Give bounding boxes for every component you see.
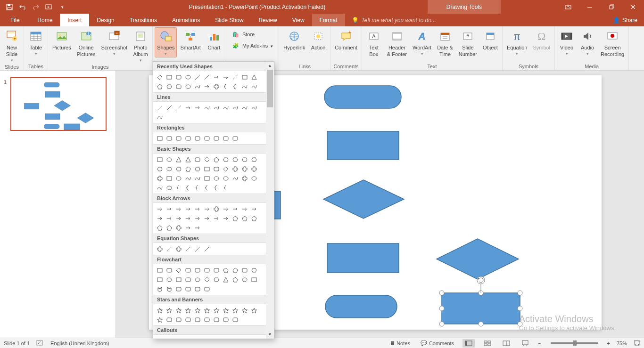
shape-option-arrow[interactable] bbox=[183, 223, 192, 232]
shape-option-curve[interactable] bbox=[155, 113, 164, 121]
header-footer-button[interactable]: Header & Footer bbox=[385, 27, 409, 59]
shape-option-plus[interactable] bbox=[155, 174, 164, 183]
shape-option-diamond[interactable] bbox=[221, 164, 230, 173]
shape-option-plus[interactable] bbox=[240, 174, 249, 183]
shape-option-oval[interactable] bbox=[174, 174, 183, 183]
shape-option-star[interactable] bbox=[231, 306, 239, 315]
shape-terminator-1[interactable] bbox=[324, 86, 401, 108]
shape-option-rrect[interactable] bbox=[221, 315, 230, 324]
shape-option-tri[interactable] bbox=[221, 275, 230, 284]
shape-option-arrow[interactable] bbox=[174, 204, 183, 213]
shape-option-arrow[interactable] bbox=[165, 214, 173, 223]
equation-button[interactable]: πEquation▾ bbox=[504, 27, 529, 57]
shape-option-pent[interactable] bbox=[221, 266, 230, 275]
comments-toggle-button[interactable]: 💬Comments bbox=[419, 340, 456, 346]
shape-option-rrect[interactable] bbox=[212, 315, 221, 324]
language-indicator[interactable]: English (United Kingdom) bbox=[50, 340, 109, 346]
shape-option-pent[interactable] bbox=[155, 223, 164, 232]
wordart-button[interactable]: AWordArt▾ bbox=[410, 27, 434, 57]
tab-transitions[interactable]: Transitions bbox=[122, 14, 165, 26]
save-icon[interactable] bbox=[4, 1, 15, 13]
shape-option-callout[interactable] bbox=[221, 336, 230, 339]
tab-insert[interactable]: Insert bbox=[60, 14, 89, 26]
shape-option-hex[interactable] bbox=[231, 155, 239, 164]
shape-option-curve[interactable] bbox=[155, 183, 164, 192]
shape-option-rect[interactable] bbox=[202, 164, 211, 173]
shape-option-rrect[interactable] bbox=[174, 284, 183, 293]
shape-option-callout[interactable] bbox=[240, 336, 249, 339]
shape-option-rect[interactable] bbox=[249, 275, 258, 284]
shape-option-arrow[interactable] bbox=[212, 214, 221, 223]
shape-option-hex[interactable] bbox=[155, 164, 164, 173]
shape-option-rrect[interactable] bbox=[174, 315, 183, 324]
my-addins-button[interactable]: 🧩My Add-ins ▾ bbox=[229, 40, 276, 51]
shape-option-line[interactable] bbox=[202, 73, 211, 81]
shape-option-pent[interactable] bbox=[231, 275, 239, 284]
shape-option-rrect[interactable] bbox=[212, 266, 221, 275]
shape-option-curve[interactable] bbox=[221, 103, 230, 112]
shape-option-brace[interactable] bbox=[212, 183, 221, 192]
slideshow-view-icon[interactable] bbox=[519, 339, 531, 348]
shape-terminator-2[interactable] bbox=[325, 295, 397, 318]
shape-option-arrow[interactable] bbox=[174, 214, 183, 223]
shape-option-rect[interactable] bbox=[165, 73, 173, 81]
reading-view-icon[interactable] bbox=[500, 339, 512, 348]
slide-thumbnail-1[interactable] bbox=[10, 77, 107, 131]
shape-option-brace[interactable] bbox=[221, 183, 230, 192]
zoom-slider[interactable] bbox=[551, 342, 598, 344]
shape-option-curve[interactable] bbox=[193, 174, 202, 183]
shape-option-rrect[interactable] bbox=[231, 134, 239, 143]
shape-option-rrect[interactable] bbox=[183, 266, 192, 275]
shape-option-curve[interactable] bbox=[212, 103, 221, 112]
tab-file[interactable]: File bbox=[0, 14, 30, 26]
ribbon-display-options-icon[interactable] bbox=[557, 0, 579, 14]
shape-option-rrect[interactable] bbox=[165, 315, 173, 324]
shape-option-curve[interactable] bbox=[231, 174, 239, 183]
shape-option-star[interactable] bbox=[249, 306, 258, 315]
shape-option-rrect[interactable] bbox=[174, 134, 183, 143]
shape-process-3[interactable] bbox=[327, 243, 399, 273]
shape-option-pent[interactable] bbox=[231, 266, 239, 275]
shape-option-star[interactable] bbox=[221, 306, 230, 315]
shape-option-rrect[interactable] bbox=[202, 266, 211, 275]
shape-option-rrect[interactable] bbox=[221, 134, 230, 143]
shape-option-line[interactable] bbox=[174, 103, 183, 112]
fit-to-window-icon[interactable] bbox=[634, 340, 640, 347]
shape-option-arrow[interactable] bbox=[183, 204, 192, 213]
shape-option-oval[interactable] bbox=[183, 82, 192, 91]
shape-option-rrect[interactable] bbox=[202, 134, 211, 143]
shape-option-star[interactable] bbox=[183, 306, 192, 315]
shape-option-plus[interactable] bbox=[212, 82, 221, 91]
shape-option-plus[interactable] bbox=[174, 244, 183, 253]
shape-option-rrect[interactable] bbox=[202, 315, 211, 324]
tab-slideshow[interactable]: Slide Show bbox=[207, 14, 251, 26]
shape-option-oval[interactable] bbox=[212, 174, 221, 183]
screenshot-button[interactable]: +Screenshot▾ bbox=[99, 27, 130, 57]
text-box-button[interactable]: AText Box bbox=[364, 27, 384, 59]
shape-option-arrow[interactable] bbox=[155, 204, 164, 213]
shape-option-pent[interactable] bbox=[212, 155, 221, 164]
shape-decision-2[interactable] bbox=[437, 239, 519, 279]
shape-option-oval[interactable] bbox=[183, 73, 192, 81]
shape-option-star[interactable] bbox=[155, 306, 164, 315]
tab-animations[interactable]: Animations bbox=[165, 14, 207, 26]
shape-option-star[interactable] bbox=[193, 306, 202, 315]
shape-option-hex[interactable] bbox=[249, 155, 258, 164]
pictures-button[interactable]: Pictures bbox=[50, 27, 74, 52]
shape-option-rect[interactable] bbox=[165, 174, 173, 183]
shape-option-line[interactable] bbox=[165, 244, 173, 253]
shape-option-line[interactable] bbox=[155, 103, 164, 112]
shape-option-plus[interactable] bbox=[174, 223, 183, 232]
shape-option-oval[interactable] bbox=[165, 183, 173, 192]
shape-option-arrow[interactable] bbox=[240, 204, 249, 213]
shape-option-hex[interactable] bbox=[240, 155, 249, 164]
spell-check-icon[interactable] bbox=[36, 340, 44, 347]
tab-view[interactable]: View bbox=[285, 14, 312, 26]
shape-option-oval[interactable] bbox=[165, 164, 173, 173]
shape-option-arrow[interactable] bbox=[202, 214, 211, 223]
rotate-handle-icon[interactable] bbox=[477, 276, 485, 293]
shape-option-plus[interactable] bbox=[155, 244, 164, 253]
shape-option-oval[interactable] bbox=[193, 275, 202, 284]
hyperlink-button[interactable]: Hyperlink bbox=[281, 27, 307, 52]
shapes-scrollbar[interactable]: ▲ ▼ bbox=[266, 62, 274, 339]
